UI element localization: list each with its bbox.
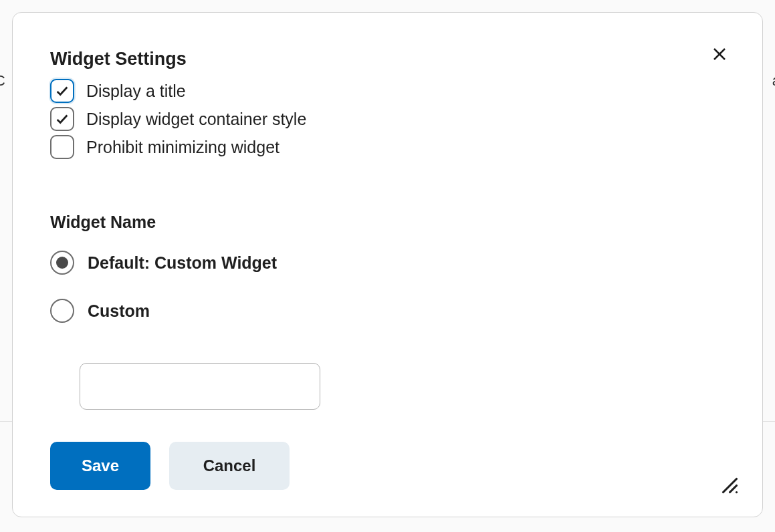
close-button[interactable]: [709, 43, 730, 67]
resize-handle[interactable]: [718, 474, 738, 497]
svg-line-3: [730, 486, 737, 493]
checkbox-label-container-style[interactable]: Display widget container style: [86, 110, 306, 129]
checkbox-group: Display a title Display widget container…: [50, 79, 725, 159]
svg-line-2: [724, 479, 737, 493]
checkbox-row-display-title: Display a title: [50, 79, 725, 103]
save-button[interactable]: Save: [50, 442, 150, 490]
radio-custom[interactable]: [50, 299, 74, 323]
radio-group-widget-name: Default: Custom Widget Custom: [50, 251, 725, 410]
widget-name-label: Widget Name: [50, 213, 725, 232]
cancel-button[interactable]: Cancel: [169, 442, 290, 490]
widget-settings-dialog: Widget Settings Display a title Display …: [12, 12, 763, 517]
backdrop-hint-right: a: [772, 72, 775, 90]
backdrop-hint-left: C: [0, 72, 5, 90]
close-icon: [711, 54, 728, 64]
checkbox-display-title[interactable]: [50, 79, 74, 103]
checkbox-label-prohibit-minimizing[interactable]: Prohibit minimizing widget: [86, 138, 280, 157]
radio-label-custom[interactable]: Custom: [88, 301, 150, 321]
radio-label-default[interactable]: Default: Custom Widget: [88, 253, 277, 273]
checkbox-row-container-style: Display widget container style: [50, 107, 725, 131]
radio-default[interactable]: [50, 251, 74, 275]
checkbox-row-prohibit-minimizing: Prohibit minimizing widget: [50, 135, 725, 159]
checkbox-prohibit-minimizing[interactable]: [50, 135, 74, 159]
dialog-footer: Save Cancel: [50, 442, 725, 490]
dialog-title: Widget Settings: [50, 49, 187, 70]
checkbox-label-display-title[interactable]: Display a title: [86, 82, 186, 101]
radio-row-default: Default: Custom Widget: [50, 251, 725, 275]
resize-icon: [718, 485, 738, 496]
dialog-header: Widget Settings: [50, 49, 725, 79]
custom-name-input[interactable]: [80, 363, 320, 410]
svg-point-4: [736, 491, 738, 493]
checkbox-container-style[interactable]: [50, 107, 74, 131]
radio-row-custom: Custom: [50, 299, 725, 323]
